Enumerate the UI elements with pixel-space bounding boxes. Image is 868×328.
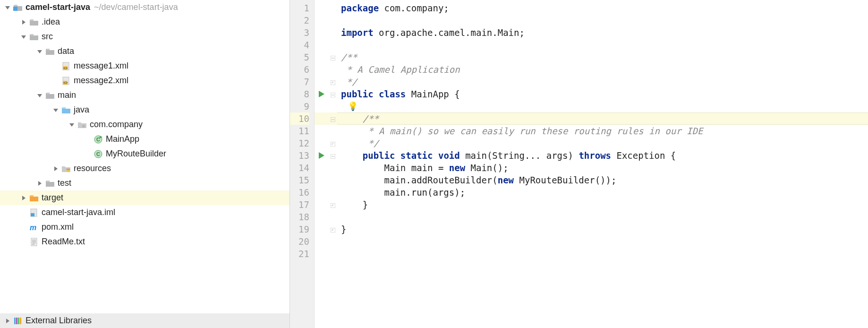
tree-row[interactable]: main bbox=[0, 88, 289, 103]
code-line[interactable]: } bbox=[337, 223, 868, 235]
code-line[interactable] bbox=[337, 14, 868, 26]
code-line[interactable]: Main main = new Main(); bbox=[337, 162, 868, 174]
line-number[interactable]: 19 bbox=[290, 223, 309, 235]
line-number[interactable]: 11 bbox=[290, 125, 309, 137]
code-line[interactable]: main.addRouteBuilder(new MyRouteBuilder(… bbox=[337, 174, 868, 186]
code-line[interactable]: */ bbox=[337, 76, 868, 88]
code-editor[interactable]: 123456789101112131415161718192021 💡 pack… bbox=[290, 0, 868, 328]
code-area[interactable]: 💡 package com.company;import org.apache.… bbox=[337, 0, 868, 328]
code-line[interactable]: main.run(args); bbox=[337, 186, 868, 199]
tree-row[interactable]: resources bbox=[0, 161, 289, 176]
line-number[interactable]: 7 bbox=[290, 76, 309, 88]
chevron-down-icon[interactable] bbox=[36, 48, 43, 55]
tree-row[interactable]: CMainApp bbox=[0, 132, 289, 147]
code-line[interactable] bbox=[337, 39, 868, 51]
arrow-placeholder bbox=[52, 62, 60, 70]
code-line[interactable]: package com.company; bbox=[337, 2, 868, 14]
code-line[interactable]: public static void main(String... args) … bbox=[337, 149, 868, 162]
line-number[interactable]: 4 bbox=[290, 39, 309, 51]
code-line[interactable]: * A main() so we can easily run these ro… bbox=[337, 125, 868, 137]
code-line[interactable]: * A Camel Application bbox=[337, 63, 868, 76]
line-number[interactable]: 3 bbox=[290, 26, 309, 39]
chevron-right-icon[interactable] bbox=[36, 180, 43, 187]
fold-gutter[interactable] bbox=[329, 0, 337, 328]
arrow-placeholder bbox=[52, 77, 60, 85]
fold-open-icon[interactable] bbox=[329, 88, 337, 100]
tree-row[interactable]: <>message2.xml bbox=[0, 73, 289, 88]
chevron-right-icon[interactable] bbox=[20, 18, 27, 26]
tree-row[interactable]: <>message1.xml bbox=[0, 59, 289, 73]
chevron-right-icon[interactable] bbox=[52, 165, 60, 173]
code-line[interactable]: } bbox=[337, 199, 868, 211]
tree-label: target bbox=[42, 193, 63, 203]
external-libraries-row[interactable]: External Libraries bbox=[0, 313, 289, 328]
line-number[interactable]: 15 bbox=[290, 174, 309, 186]
tree-label: resources bbox=[74, 164, 111, 173]
project-tree[interactable]: camel-start-java~/dev/camel-start-java.i… bbox=[0, 0, 289, 313]
chevron-down-icon[interactable] bbox=[36, 92, 43, 99]
fold-open-icon[interactable] bbox=[329, 149, 337, 162]
line-number[interactable]: 14 bbox=[290, 162, 309, 174]
code-line[interactable]: public class MainApp { bbox=[337, 88, 868, 100]
fold-open-icon[interactable] bbox=[329, 112, 337, 125]
tree-row[interactable]: mpom.xml bbox=[0, 220, 289, 234]
tree-row[interactable]: CMyRouteBuilder bbox=[0, 147, 289, 161]
code-line[interactable] bbox=[337, 248, 868, 260]
code-line[interactable] bbox=[337, 100, 868, 112]
line-number[interactable]: 18 bbox=[290, 211, 309, 223]
tree-row[interactable]: .idea bbox=[0, 15, 289, 29]
line-number[interactable]: 21 bbox=[290, 248, 309, 260]
code-line[interactable]: /** bbox=[337, 112, 868, 125]
line-number-gutter[interactable]: 123456789101112131415161718192021 bbox=[290, 0, 315, 328]
line-number[interactable]: 2 bbox=[290, 14, 309, 26]
folder-orange-icon bbox=[29, 194, 39, 202]
code-line[interactable] bbox=[337, 211, 868, 223]
code-line[interactable]: */ bbox=[337, 137, 868, 149]
line-number[interactable]: 5 bbox=[290, 51, 309, 63]
run-gutter-icon[interactable] bbox=[315, 149, 329, 162]
intention-bulb-icon[interactable]: 💡 bbox=[348, 100, 358, 112]
chevron-down-icon[interactable] bbox=[20, 33, 27, 41]
line-number[interactable]: 10 bbox=[290, 112, 309, 125]
line-number[interactable]: 12 bbox=[290, 137, 309, 149]
line-number[interactable]: 17 bbox=[290, 199, 309, 211]
tree-row[interactable]: ReadMe.txt bbox=[0, 234, 289, 249]
code-line[interactable]: /** bbox=[337, 51, 868, 63]
line-number[interactable]: 20 bbox=[290, 235, 309, 248]
line-number[interactable]: 16 bbox=[290, 186, 309, 199]
chevron-down-icon[interactable] bbox=[68, 121, 76, 129]
chevron-down-icon[interactable] bbox=[4, 4, 11, 11]
fold-close-icon[interactable] bbox=[329, 76, 337, 88]
svg-text:<>: <> bbox=[63, 81, 68, 85]
fold-blank bbox=[329, 174, 337, 186]
line-number[interactable]: 8 bbox=[290, 88, 309, 100]
fold-open-icon[interactable] bbox=[329, 51, 337, 63]
text-icon bbox=[29, 238, 39, 246]
tree-row[interactable]: com.company bbox=[0, 117, 289, 132]
arrow-placeholder bbox=[20, 224, 27, 231]
tree-label: message2.xml bbox=[74, 76, 128, 86]
tree-row[interactable]: camel-start-java~/dev/camel-start-java bbox=[0, 0, 289, 15]
chevron-down-icon[interactable] bbox=[52, 106, 60, 114]
tree-row[interactable]: target bbox=[0, 190, 289, 205]
code-line[interactable]: import org.apache.camel.main.Main; bbox=[337, 26, 868, 39]
tree-row[interactable]: camel-start-java.iml bbox=[0, 205, 289, 220]
code-line[interactable] bbox=[337, 235, 868, 248]
tree-row[interactable]: src bbox=[0, 29, 289, 44]
run-gutter-icon[interactable] bbox=[315, 88, 329, 100]
fold-blank bbox=[329, 2, 337, 14]
fold-close-icon[interactable] bbox=[329, 223, 337, 235]
fold-close-icon[interactable] bbox=[329, 137, 337, 149]
line-number[interactable]: 6 bbox=[290, 63, 309, 76]
line-number[interactable]: 1 bbox=[290, 2, 309, 14]
line-number[interactable]: 13 bbox=[290, 149, 309, 162]
svg-marker-15 bbox=[37, 94, 42, 97]
tree-row[interactable]: java bbox=[0, 103, 289, 117]
fold-close-icon[interactable] bbox=[329, 199, 337, 211]
folder-blue-icon bbox=[61, 106, 71, 114]
tree-row[interactable]: data bbox=[0, 44, 289, 59]
line-number[interactable]: 9 bbox=[290, 100, 309, 112]
tree-row[interactable]: test bbox=[0, 176, 289, 190]
run-marker-gutter[interactable] bbox=[315, 0, 329, 328]
chevron-right-icon[interactable] bbox=[20, 194, 27, 202]
